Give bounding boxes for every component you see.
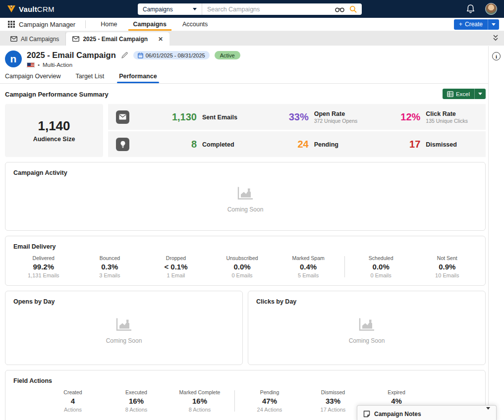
date-range-badge: 06/01/2025 - 08/31/2025 [133,51,210,59]
open-rate-value: 33% [254,111,309,123]
coming-soon-text: Coming Soon [106,337,142,344]
coming-soon-text: Coming Soon [349,337,385,344]
subtab-performance[interactable]: Performance [119,73,157,83]
plus-icon: + [459,21,462,28]
completed-label: Completed [202,141,234,148]
spreadsheet-icon [447,91,453,97]
vault-logo-icon [7,5,16,13]
info-icon[interactable]: i [492,52,501,60]
chart-placeholder-icon [358,317,375,331]
search-icon[interactable] [349,5,357,13]
search-scope-value: Campaigns [143,6,173,13]
envelope-icon [10,36,17,42]
nav-item-accounts[interactable]: Accounts [174,18,216,31]
clicks-by-day-title: Clicks by Day [248,291,485,305]
click-rate-sub: 135 Unique Clicks [426,118,468,124]
subtab-campaign-overview[interactable]: Campaign Overview [5,73,61,83]
stat-unsubscribed: Unsubscribed 0.0% 0 Emails [209,255,276,278]
create-button[interactable]: + Create [454,19,488,30]
status-badge: Active [215,51,240,59]
divider [234,390,235,412]
lightbulb-icon [116,138,129,151]
campaign-subtabs: Campaign Overview Target List Performanc… [5,73,157,83]
note-icon [363,411,370,418]
coming-soon-text: Coming Soon [227,206,264,213]
completed-metric: 8 Completed [142,139,254,150]
completed-value: 8 [142,139,197,150]
right-rail: i [488,46,504,420]
edit-pencil-icon[interactable] [121,52,128,59]
email-icon [116,110,129,124]
opens-by-day-card: Opens by Day Coming Soon [5,291,243,365]
open-rate-label: Open Rate [314,110,358,117]
excel-split-button: Excel [443,89,486,99]
search-input[interactable] [202,6,330,13]
stat-scheduled: Scheduled 0.0% 0 Emails [348,255,414,278]
dismissed-value: 17 [366,139,420,150]
chart-placeholder-icon [115,317,132,331]
chevron-down-icon[interactable] [486,410,490,419]
audience-size-value: 1,140 [38,118,70,134]
nav-item-home[interactable]: Home [93,18,125,31]
pending-label: Pending [314,141,338,148]
stat-bounced: Bounced 0.3% 3 Emails [77,255,143,278]
tab-current-campaign[interactable]: 2025 - Email Campaign ✕ [66,32,169,46]
bullet-separator [38,62,40,68]
click-rate-label: Click Rate [426,110,468,117]
sent-emails-value: 1,130 [142,111,197,123]
click-rate-metric: 12% Click Rate 135 Unique Clicks [366,110,478,124]
stat-pending-actions: Pending 47% 24 Actions [238,389,301,413]
binoculars-icon[interactable] [335,6,344,12]
open-rate-metric: 33% Open Rate 372 Unique Opens [254,110,366,124]
app-name: Campaign Manager [19,21,75,28]
nav-item-campaigns[interactable]: Campaigns [125,18,174,31]
field-actions-title: Field Actions [5,370,485,384]
app-launcher[interactable]: Campaign Manager [5,18,78,31]
chart-placeholder-icon [237,186,254,200]
divider [344,256,345,277]
divider [85,20,86,28]
tab-all-campaigns[interactable]: All Campaigns [4,32,66,46]
chevron-down-icon [193,8,197,10]
campaign-notes-panel[interactable]: Campaign Notes [357,405,497,420]
stat-delivered: Delivered 99.2% 1,131 Emails [10,255,77,278]
audience-size-label: Audience Size [33,136,75,143]
top-bar: VaultCRM Campaigns [0,0,504,18]
vault-crm-logo: VaultCRM [7,5,55,13]
opens-by-day-title: Opens by Day [5,291,242,305]
campaign-header: n 2025 - Email Campaign 06/01/2025 - 08/… [0,46,504,84]
section-title: Campaign Performance Summary [5,91,109,98]
dismissed-metric: 17 Dismissed [366,139,478,150]
envelope-icon [72,36,79,42]
export-excel-button[interactable]: Excel [443,89,474,99]
search-scope-select[interactable]: Campaigns [138,3,202,15]
performance-content: Campaign Performance Summary Excel 1,140… [5,84,486,420]
create-split-button: + Create [454,19,499,30]
action-metrics-row: 8 Completed 24 Pending 17 Dismissed [108,131,486,157]
clicks-by-day-card: Clicks by Day Coming Soon [248,291,486,365]
app-nav-bar: Campaign Manager Home Campaigns Accounts… [0,18,504,31]
user-avatar[interactable] [485,3,497,15]
us-flag-icon [27,62,35,68]
workspace-tab-bar: All Campaigns 2025 - Email Campaign ✕ [0,31,504,46]
campaign-notes-title: Campaign Notes [374,411,421,418]
sent-emails-label: Sent Emails [202,114,237,121]
subtab-target-list[interactable]: Target List [76,73,105,83]
campaign-activity-card: Campaign Activity Coming Soon [5,162,486,231]
stat-dismissed-actions: Dismissed 33% 17 Actions [301,389,365,413]
stat-marked-spam: Marked Spam 0.4% 5 Emails [275,255,341,278]
pending-value: 24 [254,139,309,150]
audience-size-card: 1,140 Audience Size [5,104,103,157]
close-tab-icon[interactable]: ✕ [158,36,163,43]
notifications-bell-icon[interactable] [466,4,475,14]
performance-summary: 1,140 Audience Size 1,130 Sent Emails 33… [5,104,486,157]
excel-dropdown-button[interactable] [475,89,486,99]
sent-emails-metric: 1,130 Sent Emails [142,111,254,123]
click-rate-value: 12% [366,111,420,123]
calendar-icon [138,52,143,58]
email-delivery-card: Email Delivery Delivered 99.2% 1,131 Ema… [5,236,486,286]
collapse-tabs-icon[interactable] [492,34,499,42]
stat-dropped: Dropped < 0.1% 1 Email [143,255,209,278]
email-delivery-title: Email Delivery [5,236,485,250]
create-dropdown-button[interactable] [488,19,499,30]
